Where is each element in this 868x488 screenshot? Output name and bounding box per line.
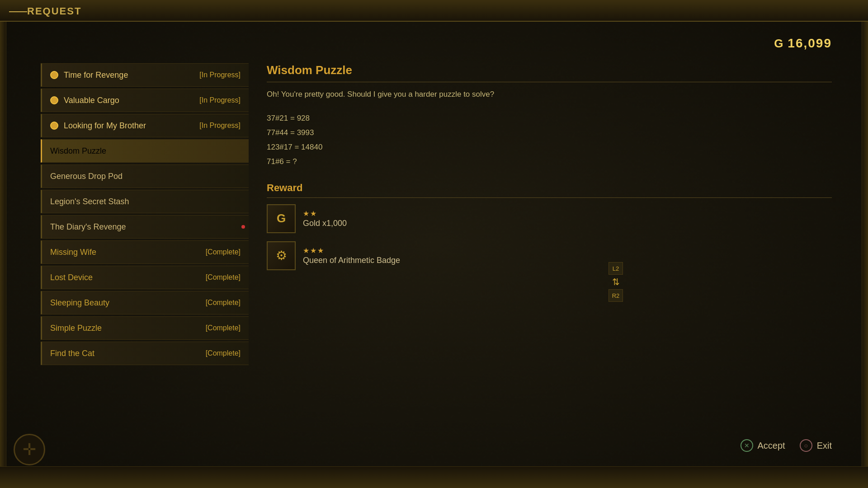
quest-name-the-diarys-revenge: The Diary's Revenge [50, 222, 126, 232]
reward-info-badge: ★★★ Queen of Arithmetic Badge [303, 246, 400, 265]
quest-item-left-simple-puzzle: Simple Puzzle [50, 324, 102, 333]
quest-name-generous-drop-pod: Generous Drop Pod [50, 172, 123, 181]
quest-item-left-generous-drop-pod: Generous Drop Pod [50, 172, 123, 181]
quest-item-valuable-cargo[interactable]: Valuable Cargo[In Progress] [41, 89, 249, 112]
reward-icon-letter: G [277, 211, 286, 225]
quest-detail-title: Wisdom Puzzle [267, 63, 832, 82]
quest-status-missing-wife: [Complete] [206, 248, 241, 256]
quest-item-left-the-diarys-revenge: The Diary's Revenge [50, 222, 126, 232]
exit-button-icon: ○ [800, 439, 812, 452]
quest-list: Time for Revenge[In Progress]Valuable Ca… [41, 63, 249, 365]
puzzle-line-2: 77#44 = 3993 [267, 126, 832, 140]
controller-icon: ✛ [14, 434, 45, 465]
quest-item-left-find-the-cat: Find the Cat [50, 349, 94, 358]
quest-name-valuable-cargo: Valuable Cargo [64, 96, 119, 105]
quest-item-lost-device[interactable]: Lost Device[Complete] [41, 266, 249, 289]
scroll-down-btn[interactable]: R2 [609, 289, 623, 302]
scroll-down-label: R2 [612, 292, 620, 299]
accept-control[interactable]: ✕ Accept [741, 439, 785, 452]
reward-icon-gold: G [267, 204, 296, 233]
quest-puzzle: 37#21 = 928 77#44 = 3993 123#17 = 14840 … [267, 111, 832, 169]
accept-label: Accept [758, 441, 785, 451]
quest-item-left-legions-secret-stash: Legion's Secret Stash [50, 197, 129, 206]
quest-item-left-sleeping-beauty: Sleeping Beauty [50, 298, 109, 308]
quest-red-dot-the-diarys-revenge [241, 225, 245, 229]
quest-detail-description: Oh! You're pretty good. Should I give yo… [267, 89, 832, 100]
quest-name-sleeping-beauty: Sleeping Beauty [50, 298, 109, 308]
quest-item-left-valuable-cargo: Valuable Cargo [50, 96, 119, 105]
reward-item-gold: G ★★ Gold x1,000 [267, 204, 832, 233]
reward-info-gold: ★★ Gold x1,000 [303, 209, 347, 228]
quest-item-generous-drop-pod[interactable]: Generous Drop Pod [41, 164, 249, 188]
quest-status-lost-device: [Complete] [206, 273, 241, 282]
window-title: Request [27, 5, 81, 17]
exit-control[interactable]: ○ Exit [800, 439, 832, 452]
reward-icon-gear: ⚙ [276, 248, 287, 263]
puzzle-line-3: 123#17 = 14840 [267, 140, 832, 155]
quest-detail: Wisdom Puzzle Oh! You're pretty good. Sh… [267, 63, 832, 278]
quest-item-legions-secret-stash[interactable]: Legion's Secret Stash [41, 190, 249, 213]
puzzle-line-1: 37#21 = 928 [267, 111, 832, 126]
reward-title: Reward [267, 182, 832, 198]
quest-item-left-time-for-revenge: Time for Revenge [50, 70, 128, 80]
reward-item-badge: ⚙ ★★★ Queen of Arithmetic Badge [267, 241, 832, 270]
reward-name-gold: Gold x1,000 [303, 219, 347, 228]
quest-item-looking-for-my-brother[interactable]: Looking for My Brother[In Progress] [41, 114, 249, 137]
title-line [9, 11, 27, 12]
quest-status-looking-for-my-brother: [In Progress] [199, 122, 241, 130]
reward-name-badge: Queen of Arithmetic Badge [303, 256, 400, 265]
reward-section: Reward G ★★ Gold x1,000 ⚙ ★★★ Queen of A… [267, 182, 832, 270]
left-border [0, 0, 6, 488]
quest-item-find-the-cat[interactable]: Find the Cat[Complete] [41, 342, 249, 365]
quest-name-legions-secret-stash: Legion's Secret Stash [50, 197, 129, 206]
quest-item-wisdom-puzzle[interactable]: Wisdom Puzzle [41, 139, 249, 163]
quest-item-left-missing-wife: Missing Wife [50, 248, 96, 257]
quest-status-valuable-cargo: [In Progress] [199, 96, 241, 104]
quest-name-time-for-revenge: Time for Revenge [64, 70, 128, 80]
scroll-up-label: L2 [613, 265, 619, 272]
quest-status-dot-looking-for-my-brother [50, 122, 58, 130]
quest-status-dot-time-for-revenge [50, 71, 58, 79]
right-border [862, 0, 868, 488]
quest-item-sleeping-beauty[interactable]: Sleeping Beauty[Complete] [41, 291, 249, 314]
quest-item-missing-wife[interactable]: Missing Wife[Complete] [41, 240, 249, 264]
quest-name-simple-puzzle: Simple Puzzle [50, 324, 102, 333]
quest-name-find-the-cat: Find the Cat [50, 349, 94, 358]
bottom-border [0, 466, 868, 488]
scroll-up-btn[interactable]: L2 [609, 262, 623, 275]
currency-value: 16,099 [788, 36, 832, 51]
exit-label: Exit [817, 441, 832, 451]
quest-status-time-for-revenge: [In Progress] [199, 71, 241, 79]
accept-button-icon: ✕ [741, 439, 753, 452]
controller-hints: ✕ Accept ○ Exit [741, 439, 832, 452]
quest-name-missing-wife: Missing Wife [50, 248, 96, 257]
quest-name-lost-device: Lost Device [50, 273, 93, 282]
quest-item-left-looking-for-my-brother: Looking for My Brother [50, 121, 146, 131]
reward-stars-gold: ★★ [303, 209, 347, 218]
currency-icon: G [774, 37, 784, 51]
reward-icon-badge: ⚙ [267, 241, 296, 270]
currency-display: G 16,099 [774, 36, 832, 51]
reward-stars-badge: ★★★ [303, 246, 400, 255]
quest-status-find-the-cat: [Complete] [206, 349, 241, 357]
quest-item-the-diarys-revenge[interactable]: The Diary's Revenge [41, 215, 249, 239]
quest-status-dot-valuable-cargo [50, 96, 58, 104]
dpad-icon: ✛ [23, 440, 36, 459]
quest-status-simple-puzzle: [Complete] [206, 324, 241, 332]
puzzle-line-4: 71#6 = ? [267, 155, 832, 169]
quest-item-time-for-revenge[interactable]: Time for Revenge[In Progress] [41, 63, 249, 87]
scroll-indicator: L2 ⇅ R2 [609, 262, 623, 302]
quest-name-looking-for-my-brother: Looking for My Brother [64, 121, 146, 131]
quest-item-left-wisdom-puzzle: Wisdom Puzzle [50, 146, 106, 156]
quest-item-simple-puzzle[interactable]: Simple Puzzle[Complete] [41, 316, 249, 340]
quest-status-sleeping-beauty: [Complete] [206, 299, 241, 307]
top-border: Request [0, 0, 868, 22]
quest-name-wisdom-puzzle: Wisdom Puzzle [50, 146, 106, 156]
quest-item-left-lost-device: Lost Device [50, 273, 93, 282]
